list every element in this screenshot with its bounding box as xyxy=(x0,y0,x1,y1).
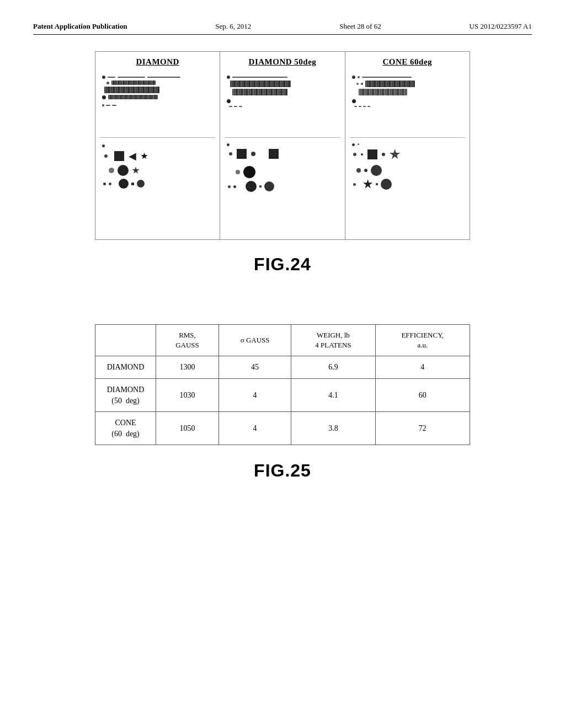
fig24-label: FIG.24 xyxy=(254,254,311,275)
row3-rms: 1050 xyxy=(156,412,219,445)
fig24-col-diamond50: DIAMOND 50deg xyxy=(220,52,345,239)
row2-efficiency: 60 xyxy=(375,378,470,411)
fig24-col-cone60: CONE 60deg xyxy=(345,52,470,239)
col3-title: CONE 60deg xyxy=(350,57,465,67)
col2-scan-bottom xyxy=(225,141,340,207)
fig25-label: FIG.25 xyxy=(254,461,311,481)
row3-efficiency: 72 xyxy=(375,412,470,445)
fig25-table: RMS,GAUSS σ GAUSS WEIGH, lb4 PLATENS EFF… xyxy=(95,324,470,445)
col3-scan-top xyxy=(350,73,465,134)
table-row: DIAMOND(50 deg) 1030 4 4.1 60 xyxy=(95,378,470,411)
row1-sigma: 45 xyxy=(218,356,291,379)
col1-scan-top xyxy=(100,73,215,134)
row3-label: CONE(60 deg) xyxy=(95,412,156,445)
fig24-grid: DIAMOND xyxy=(95,51,470,240)
row2-rms: 1030 xyxy=(156,378,219,411)
col-header-empty xyxy=(95,325,156,356)
row2-label: DIAMOND(50 deg) xyxy=(95,378,156,411)
row3-sigma: 4 xyxy=(218,412,291,445)
col1-title: DIAMOND xyxy=(100,57,215,67)
fig24-col-diamond: DIAMOND xyxy=(95,52,220,239)
row2-sigma: 4 xyxy=(218,378,291,411)
fig24-section: DIAMOND xyxy=(33,51,532,275)
publication-label: Patent Application Publication xyxy=(33,22,127,31)
col-header-efficiency: EFFICIENCY,a.u. xyxy=(375,325,470,356)
table-row: CONE(60 deg) 1050 4 3.8 72 xyxy=(95,412,470,445)
date-label: Sep. 6, 2012 xyxy=(215,22,251,31)
col-header-rms: RMS,GAUSS xyxy=(156,325,219,356)
fig25-section: RMS,GAUSS σ GAUSS WEIGH, lb4 PLATENS EFF… xyxy=(33,324,532,481)
col3-scan-bottom xyxy=(350,141,465,207)
row1-label: DIAMOND xyxy=(95,356,156,379)
sheet-label: Sheet 28 of 62 xyxy=(339,22,381,31)
patent-number: US 2012/0223597 A1 xyxy=(470,22,532,31)
col-header-sigma: σ GAUSS xyxy=(218,325,291,356)
row2-weigh: 4.1 xyxy=(291,378,375,411)
col2-scan-top xyxy=(225,73,340,134)
row1-weigh: 6.9 xyxy=(291,356,375,379)
col2-title: DIAMOND 50deg xyxy=(225,57,340,67)
page: Patent Application Publication Sep. 6, 2… xyxy=(0,0,565,728)
col-header-weigh: WEIGH, lb4 PLATENS xyxy=(291,325,375,356)
row3-weigh: 3.8 xyxy=(291,412,375,445)
page-header: Patent Application Publication Sep. 6, 2… xyxy=(33,22,532,35)
table-row: DIAMOND 1300 45 6.9 4 xyxy=(95,356,470,379)
col1-scan-bottom: ◀ xyxy=(100,141,215,207)
row1-rms: 1300 xyxy=(156,356,219,379)
row1-efficiency: 4 xyxy=(375,356,470,379)
